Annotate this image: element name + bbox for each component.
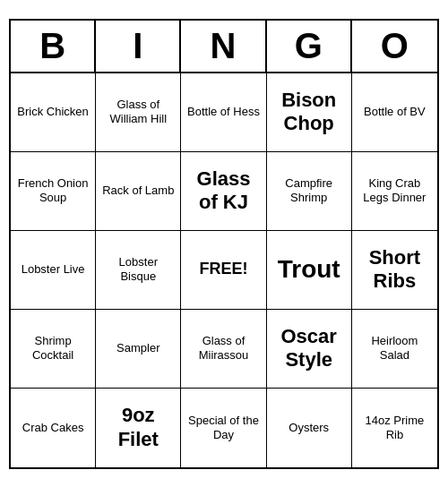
bingo-cell: Glass of KJ [181,152,266,231]
bingo-header: BINGO [11,21,437,73]
bingo-cell: Shrimp Cocktail [11,310,96,389]
bingo-cell: Oscar Style [267,310,352,389]
bingo-cell: Rack of Lamb [96,152,181,231]
bingo-cell: Lobster Bisque [96,231,181,310]
bingo-cell: Crab Cakes [11,389,96,467]
bingo-cell: Campfire Shrimp [267,152,352,231]
bingo-grid: Brick ChickenGlass of William HillBottle… [11,73,437,467]
header-letter: O [352,21,437,72]
bingo-cell: French Onion Soup [11,152,96,231]
bingo-card: BINGO Brick ChickenGlass of William Hill… [9,19,439,469]
bingo-cell: Glass of William Hill [96,73,181,152]
header-letter: N [181,21,266,72]
bingo-cell: FREE! [181,231,266,310]
header-letter: G [267,21,352,72]
bingo-cell: Lobster Live [11,231,96,310]
bingo-cell: Short Ribs [352,231,437,310]
bingo-cell: Trout [267,231,352,310]
bingo-cell: Glass of Miirassou [181,310,266,389]
bingo-cell: King Crab Legs Dinner [352,152,437,231]
header-letter: I [96,21,181,72]
bingo-cell: Bottle of Hess [181,73,266,152]
bingo-cell: 9oz Filet [96,389,181,467]
bingo-cell: Brick Chicken [11,73,96,152]
bingo-cell: Special of the Day [181,389,266,467]
bingo-cell: Bison Chop [267,73,352,152]
bingo-cell: 14oz Prime Rib [352,389,437,467]
bingo-cell: Bottle of BV [352,73,437,152]
header-letter: B [11,21,96,72]
bingo-cell: Heirloom Salad [352,310,437,389]
bingo-cell: Oysters [267,389,352,467]
bingo-cell: Sampler [96,310,181,389]
